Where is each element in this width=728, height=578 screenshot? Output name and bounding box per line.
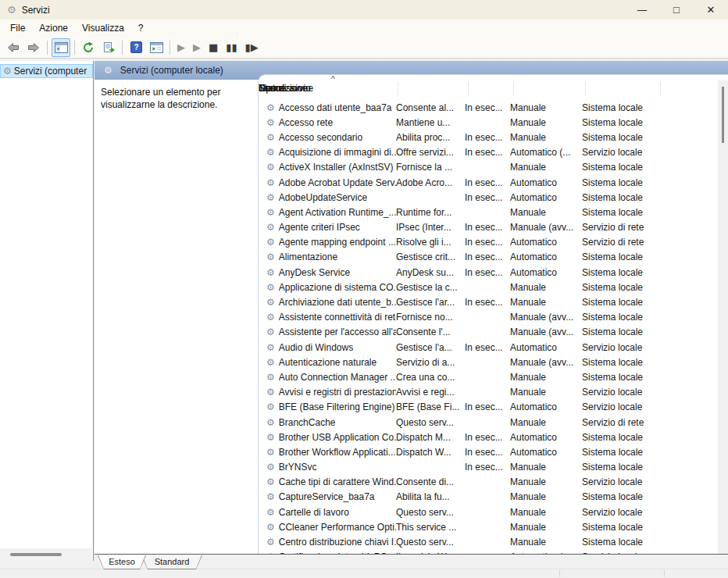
table-row[interactable]: Centro distribuzione chiavi I... Questo … — [259, 534, 717, 549]
table-row[interactable]: Agent Activation Runtime_... Runtime for… — [259, 205, 717, 219]
column-header[interactable]: Connessione — [259, 83, 313, 94]
service-name: Certificazione integrità PC... — [279, 551, 395, 554]
table-row[interactable]: Agente mapping endpoint ... Risolve gli … — [259, 235, 717, 250]
table-row[interactable]: Brother Workflow Applicati... Dispatch W… — [259, 444, 717, 459]
service-name: Accesso rete — [279, 117, 333, 128]
toolbar: ? ▶ ▶ ■ ▮▮ ▮▶ — [0, 37, 728, 59]
service-startup-type: Manuale — [510, 207, 582, 218]
table-row[interactable]: Brother USB Application Co... Dispatch M… — [259, 430, 717, 444]
service-gear-icon — [266, 162, 275, 173]
show-action-pane-button[interactable] — [147, 38, 166, 57]
service-logon-as: Sistema locale — [582, 177, 668, 188]
service-startup-type: Automatico — [510, 237, 582, 248]
service-status: In esec... — [465, 192, 510, 203]
table-row[interactable]: Auto Connection Manager ... Crea una co.… — [259, 369, 717, 384]
tree-horizontal-scrollbar[interactable] — [0, 548, 92, 561]
table-row[interactable]: AnyDesk Service AnyDesk su... In esec...… — [259, 265, 717, 280]
back-arrow-icon — [7, 41, 20, 54]
table-row[interactable]: Cache tipi di carattere Wind... Consente… — [259, 475, 717, 490]
service-gear-icon — [266, 207, 275, 218]
minimize-button[interactable]: — — [625, 0, 659, 20]
help-button[interactable]: ? — [127, 38, 145, 57]
column-separator[interactable] — [585, 81, 586, 95]
table-row[interactable]: BFE (Base Filtering Engine) BFE (Base Fi… — [259, 400, 717, 415]
status-bar-separator — [559, 570, 560, 577]
service-startup-type: Manuale (avv... — [510, 312, 582, 323]
table-row[interactable]: AdobeUpdateService In esec... Automatico… — [259, 190, 717, 205]
table-row[interactable]: Alimentazione Gestisce crit... In esec..… — [259, 250, 717, 265]
status-bar — [0, 569, 728, 578]
column-separator[interactable] — [513, 81, 514, 95]
tab-extended[interactable]: Esteso — [98, 555, 146, 569]
export-list-icon — [102, 41, 115, 54]
service-name-cell: Centro distribuzione chiavi I... — [259, 537, 396, 548]
list-vertical-scrollbar[interactable] — [718, 80, 728, 554]
maximize-button[interactable]: □ — [659, 0, 694, 20]
table-row[interactable]: CCleaner Performance Opti... This servic… — [259, 519, 717, 534]
table-row[interactable]: Audio di Windows Gestisce l'a... In esec… — [259, 340, 717, 355]
restart-service-button[interactable]: ▮▶ — [245, 41, 259, 53]
start-service-button[interactable]: ▶ — [177, 41, 185, 53]
column-separator[interactable] — [660, 81, 661, 95]
table-row[interactable]: BrYNSvc In esec... Manuale Sistema local… — [259, 460, 717, 475]
back-button[interactable] — [4, 38, 23, 57]
close-button[interactable]: ✕ — [694, 0, 728, 20]
service-name-cell: Autenticazione naturale — [259, 357, 396, 368]
table-row[interactable]: Adobe Acrobat Update Serv... Adobe Acro.… — [259, 175, 717, 190]
menu-item[interactable]: ? — [131, 20, 151, 36]
service-logon-as: Servizio locale — [582, 342, 668, 353]
column-separator[interactable] — [468, 81, 469, 95]
table-row[interactable]: Cartelle di lavoro Questo serv... Manual… — [259, 505, 717, 519]
service-name: ActiveX Installer (AxInstSV) — [279, 162, 394, 173]
service-status: In esec... — [465, 447, 510, 458]
service-name-cell: BranchCache — [259, 417, 396, 428]
stop-service-button[interactable]: ■ — [209, 41, 218, 53]
service-logon-as: Sistema locale — [582, 267, 668, 278]
service-gear-icon — [266, 357, 275, 368]
service-status: In esec... — [465, 462, 510, 473]
table-row[interactable]: Agente criteri IPsec IPsec (Inter... In … — [259, 220, 717, 235]
table-row[interactable]: Applicazione di sistema CO... Gestisce l… — [259, 280, 717, 294]
table-row[interactable]: ActiveX Installer (AxInstSV) Fornisce la… — [259, 160, 717, 175]
table-row[interactable]: Autenticazione naturale Servizio di a...… — [259, 355, 717, 369]
table-row[interactable]: Assistente per l'accesso all'a... Consen… — [259, 325, 717, 340]
refresh-button[interactable] — [79, 38, 98, 57]
table-row[interactable]: Accesso rete Mantiene u... Manuale Siste… — [259, 115, 717, 130]
tree-scrollbar-thumb[interactable] — [10, 553, 62, 556]
pause-service-button[interactable]: ▮▮ — [226, 41, 237, 53]
table-row[interactable]: Acquisizione di immagini di... Offre ser… — [259, 145, 717, 160]
service-startup-type: Manuale — [510, 132, 582, 143]
panel-header-title: Servizi (computer locale) — [120, 65, 223, 76]
list-scrollbar-thumb[interactable] — [722, 87, 724, 143]
service-startup-type: Automatico — [510, 252, 582, 262]
table-row[interactable]: Avvisi e registri di prestazioni Avvisi … — [259, 385, 717, 400]
service-gear-icon — [266, 401, 275, 412]
service-name-cell: Agent Activation Runtime_... — [259, 207, 396, 218]
table-row[interactable]: Assistente connettività di rete Fornisce… — [259, 310, 717, 325]
export-list-button[interactable] — [99, 38, 118, 57]
service-description: Avvisi e regi... — [396, 387, 465, 398]
service-startup-type: Manuale (avv... — [510, 326, 582, 337]
service-status: In esec... — [465, 401, 510, 412]
service-description: This service ... — [396, 522, 465, 533]
tree-item-label: Servizi (computer — [14, 66, 87, 77]
table-row[interactable]: Certificazione integrità PC... Il serviz… — [259, 550, 717, 554]
service-logon-as: Sistema locale — [582, 326, 668, 337]
tab-standard[interactable]: Standard — [141, 555, 202, 569]
tree-item-services-root[interactable]: Servizi (computer — [0, 64, 93, 78]
column-separator[interactable] — [398, 81, 398, 95]
forward-button[interactable] — [24, 38, 43, 57]
menu-item[interactable]: Azione — [32, 20, 75, 36]
table-row[interactable]: Archiviazione dati utente_b... Gestisce … — [259, 294, 717, 309]
service-startup-type: Manuale — [510, 476, 582, 487]
show-console-tree-button[interactable] — [52, 38, 70, 57]
resume-service-button[interactable]: ▶ — [193, 41, 201, 53]
table-row[interactable]: CaptureService_baa7a Abilita la fu... Ma… — [259, 490, 717, 505]
menu-item[interactable]: Visualizza — [75, 20, 131, 36]
menu-item[interactable]: File — [3, 20, 32, 36]
window-controls: — □ ✕ — [625, 0, 728, 20]
table-row[interactable]: Accesso secondario Abilita proc... In es… — [259, 130, 717, 144]
table-row[interactable]: BranchCache Questo serv... Manuale Servi… — [259, 415, 717, 430]
table-row[interactable]: Accesso dati utente_baa7a Consente al...… — [259, 100, 717, 115]
service-logon-as: Servizio locale — [582, 401, 668, 412]
